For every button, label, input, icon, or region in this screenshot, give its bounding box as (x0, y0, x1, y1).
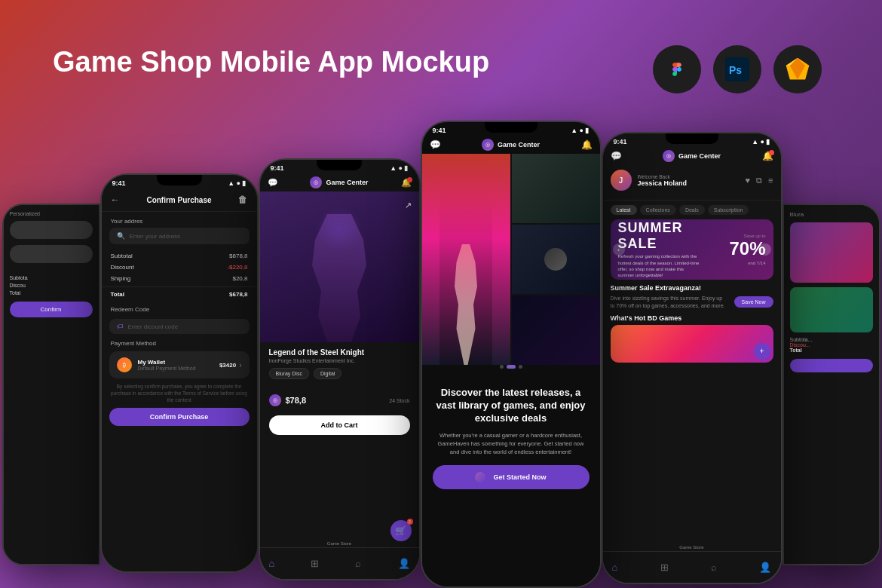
menu-icon[interactable]: ≡ (768, 176, 773, 185)
trash-icon[interactable]: 🗑 (238, 194, 247, 205)
notification-area-5[interactable]: 🔔 (762, 151, 773, 161)
gc-header-5: 💬 ◎ Game Center 🔔 (603, 147, 781, 165)
grid-mr-cell (512, 225, 600, 294)
tools-area: Ps (653, 45, 822, 93)
gc-header-3: 💬 ◎ Game Center 🔔 (260, 173, 419, 191)
save-now-button[interactable]: Save Now (734, 296, 773, 308)
chat-icon[interactable]: 💬 (268, 178, 278, 188)
game-tags: Bluray Disc Digital (269, 368, 410, 379)
add-to-cart-hot[interactable]: + (754, 343, 770, 360)
sale-text-area: SUMMER SALE Refresh your gaming collecti… (618, 227, 700, 272)
add-to-cart-button[interactable]: Add to Cart (269, 415, 410, 435)
phone6-blur-label: Blura (790, 211, 873, 218)
nav-home-5[interactable]: ⌂ (612, 562, 618, 573)
char-body (447, 244, 485, 365)
tab-subscription[interactable]: Subscription (708, 205, 749, 215)
grid-mr-content (512, 225, 600, 294)
notification-area: 🔔 (401, 178, 412, 188)
phone6-image1 (790, 222, 873, 283)
gc-logo-text-4: Game Center (498, 141, 540, 149)
redeem-input[interactable]: 🏷 Enter dicount code (109, 319, 250, 334)
tab-collections[interactable]: Collecions (640, 205, 676, 215)
phone-jessica-home: 9:41 ▲ ● ▮ 💬 ◎ Game Center 🔔 J (602, 132, 782, 584)
home-icon-5: ⌂ (612, 562, 618, 573)
game-browse-hero (422, 154, 600, 365)
sale-description: Refresh your gaming collection with the … (618, 253, 700, 279)
subtotal-row: Subtotal $878,8 (102, 250, 257, 262)
hero-char-silhouette (439, 199, 492, 365)
profile-icon-5: 👤 (759, 562, 771, 573)
share-icon[interactable]: ↗ (405, 198, 412, 211)
dot-2[interactable] (507, 365, 516, 369)
game-title: Legend of the Steel Knight (269, 348, 410, 357)
banner-prev-button[interactable]: ‹ (613, 243, 625, 256)
total-row: Total $678,8 (102, 286, 257, 300)
tab-deals[interactable]: Deals (679, 205, 705, 215)
phone-game-browse: 9:41 ▲ ● ▮ 💬 ◎ Game Center 🔔 (421, 121, 602, 588)
cart-floating-button[interactable]: 🛒 2 (390, 520, 412, 541)
dot-3[interactable] (519, 365, 522, 369)
tab-latest[interactable]: Latest (611, 205, 637, 215)
heart-icon[interactable]: ♥ (746, 176, 751, 185)
grid-tr-bg (512, 154, 600, 223)
nav-search-3[interactable]: ⌕ (355, 558, 361, 569)
tag-bluray[interactable]: Bluray Disc (269, 368, 309, 379)
sale-main-title: SUMMER SALE (618, 220, 700, 252)
confirm-header: ← Confirm Purchase 🗑 (102, 188, 257, 212)
phone6-total-label: Total (790, 348, 873, 353)
address-input[interactable]: 🔍 Enter your address (109, 228, 250, 244)
grid-br-cell (512, 296, 600, 365)
price-row: ◎ $78,8 24 Stock (260, 388, 419, 412)
studio-name: IronForge Studios Entertainment Inc. (269, 358, 410, 363)
game-store-label-5: Game Store (679, 545, 703, 550)
grid-mr-circle (544, 248, 567, 271)
wallet-row[interactable]: ₿ My Wallet Default Payment Method $3420… (109, 351, 250, 378)
browse-subtext: Whether you're a casual gamer or a hardc… (433, 431, 590, 457)
game-store-label: Game Store (327, 541, 351, 546)
search-icon: 🔍 (117, 232, 125, 240)
nav-collection-5[interactable]: ⊞ (660, 562, 669, 573)
back-arrow-icon[interactable]: ← (111, 194, 120, 205)
phone-checkout-partial: Personalized Subtota Discou Total Confir… (2, 204, 100, 565)
notification-badge (407, 177, 412, 182)
phone6-img-bg1 (790, 222, 873, 283)
wallet-info: My Wallet Default Payment Method (138, 359, 219, 371)
nav-search-5[interactable]: ⌕ (711, 562, 717, 573)
layers-icon[interactable]: ⧉ (756, 176, 762, 185)
dot-1[interactable] (500, 365, 504, 369)
chevron-right-icon: › (239, 361, 241, 369)
phone1-cta[interactable]: Confirm (10, 302, 93, 317)
phone1-subtotal: Subtota (10, 275, 93, 280)
nav-profile-5[interactable]: 👤 (759, 562, 771, 573)
nav-home-3[interactable]: ⌂ (269, 558, 275, 569)
search-nav-icon: ⌕ (355, 558, 361, 569)
svg-text:Ps: Ps (729, 64, 742, 76)
hot-game-card[interactable]: + (611, 325, 773, 363)
chat-icon-5[interactable]: 💬 (611, 151, 622, 161)
get-started-button[interactable]: Get Started Now (433, 465, 590, 489)
phone6-cta-btn[interactable] (790, 359, 873, 372)
redeem-section: 🏷 Enter dicount code (109, 319, 250, 334)
browse-text-area: Discover the latest releases, a vast lib… (422, 375, 600, 495)
sketch-icon (773, 45, 822, 93)
confirm-btn[interactable]: Confirm Purchase (109, 408, 250, 426)
hero-figure (260, 191, 419, 342)
search-nav-icon-5: ⌕ (711, 562, 717, 573)
tag-icon: 🏷 (117, 323, 124, 330)
chat-icon-4[interactable]: 💬 (430, 139, 441, 150)
extrav-description: Dive into sizzling savings this summer. … (611, 295, 728, 310)
banner-next-button[interactable]: › (759, 243, 771, 256)
game-hero-image: ↗ (260, 191, 419, 342)
price-display: ◎ $78,8 (269, 394, 307, 406)
nav-bar-3: ⌂ ⊞ ⌕ 👤 Game Store (260, 547, 419, 579)
nav-collection-3[interactable]: ⊞ (311, 558, 319, 569)
payment-label: Payment Method (111, 340, 248, 347)
confirm-purchase-button[interactable]: Confirm Purchase (109, 408, 250, 426)
tag-digital[interactable]: Digital (314, 368, 341, 379)
glow-effect (317, 207, 362, 252)
phone1-total: Total (10, 290, 93, 296)
collection-icon: ⊞ (311, 558, 319, 569)
notification-area-4[interactable]: 🔔 (581, 139, 593, 150)
nav-profile-3[interactable]: 👤 (398, 558, 410, 569)
address-placeholder: Enter your address (130, 233, 181, 240)
